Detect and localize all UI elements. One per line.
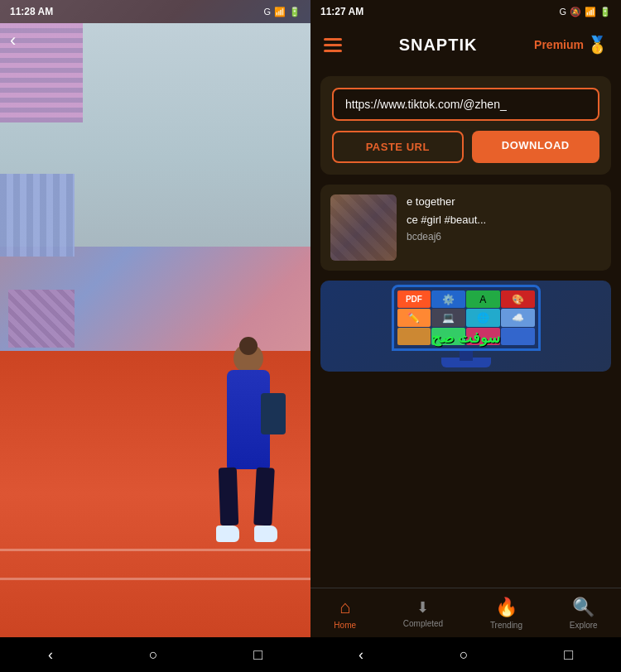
download-button[interactable]: DOWNLOAD — [472, 131, 600, 163]
back-button[interactable]: ‹ — [10, 30, 16, 51]
monitor-stand-neck — [460, 351, 473, 361]
ad-cell-globe: 🌐 — [466, 309, 500, 326]
completed-icon: ⬇ — [416, 598, 429, 617]
video-background — [0, 0, 310, 637]
home-icon: ⌂ — [339, 597, 350, 618]
person-left-shoe — [216, 526, 239, 542]
ad-cell-edit: ✏️ — [397, 309, 431, 326]
right-mute-icon: 🔕 — [570, 7, 581, 17]
ad-banner[interactable]: PDF ⚙️ A 🎨 ✏️ 💻 🌐 ☁️ سوفت صح — [320, 281, 611, 372]
left-google-icon: G — [263, 7, 271, 17]
url-input-wrapper[interactable]: https://www.tiktok.com/@zhen_ — [332, 88, 599, 121]
left-status-icons: G 📶 🔋 — [263, 7, 301, 17]
main-content: https://www.tiktok.com/@zhen_ PASTE URL … — [310, 66, 621, 588]
ad-cell-design: 🎨 — [501, 290, 535, 308]
nav-home[interactable]: ⌂ Home — [324, 593, 366, 633]
left-home-btn[interactable]: ○ — [132, 640, 175, 670]
result-caption-2: ce #girl #beaut... — [407, 213, 601, 228]
censor-block-2 — [0, 174, 75, 257]
right-phone-panel: 11:27 AM G 🔕 📶 🔋 SNAPTIK Premium 🥇 https… — [310, 0, 621, 672]
thumbnail-overlay — [330, 194, 397, 261]
completed-label: Completed — [403, 619, 443, 628]
hamburger-line-1 — [324, 38, 342, 41]
right-battery-icon: 🔋 — [599, 7, 611, 17]
track-lane-2 — [0, 578, 310, 580]
url-buttons-row: PASTE URL DOWNLOAD — [332, 131, 599, 163]
left-phone-panel: 11:28 AM G 📶 🔋 — [0, 0, 310, 672]
explore-icon: 🔍 — [572, 597, 595, 618]
hamburger-line-2 — [324, 44, 342, 46]
right-google-icon: G — [559, 7, 566, 17]
person-hair — [239, 337, 258, 355]
right-time: 11:27 AM — [320, 6, 363, 17]
track-lane-1 — [0, 549, 310, 551]
left-battery-icon: 🔋 — [289, 7, 301, 17]
left-bottom-nav: ‹ ○ □ — [0, 637, 310, 672]
right-status-bar: 11:27 AM G 🔕 📶 🔋 — [310, 0, 621, 23]
app-title: SNAPTIK — [399, 36, 478, 55]
trending-label: Trending — [490, 621, 522, 630]
ad-cell-pdf: PDF — [397, 290, 431, 308]
right-android-nav: ‹ ○ □ — [310, 637, 621, 672]
monitor-body: PDF ⚙️ A 🎨 ✏️ 💻 🌐 ☁️ سوفت صح — [392, 285, 541, 351]
person-right-shoe — [254, 526, 277, 542]
right-wifi-icon: 📶 — [585, 7, 596, 17]
trending-icon: 🔥 — [495, 597, 518, 618]
left-signal-icon: 📶 — [274, 7, 286, 17]
nav-trending[interactable]: 🔥 Trending — [480, 593, 532, 633]
result-thumbnail — [330, 194, 397, 261]
medal-icon: 🥇 — [587, 35, 608, 55]
app-header: SNAPTIK Premium 🥇 — [310, 23, 621, 66]
bottom-navigation: ⌂ Home ⬇ Completed 🔥 Trending 🔍 Explore — [310, 588, 621, 637]
nav-explore[interactable]: 🔍 Explore — [560, 593, 608, 633]
explore-label: Explore — [570, 621, 598, 630]
right-home-btn[interactable]: ○ — [443, 640, 485, 670]
person-left-leg — [219, 467, 238, 526]
censor-block-3 — [8, 290, 75, 348]
ad-arabic-text: سوفت صح — [394, 329, 538, 347]
premium-button[interactable]: Premium 🥇 — [534, 35, 608, 55]
paste-url-button[interactable]: PASTE URL — [332, 131, 464, 163]
left-back-btn[interactable]: ‹ — [31, 640, 70, 670]
right-back-btn[interactable]: ‹ — [342, 640, 380, 670]
hamburger-line-3 — [324, 50, 342, 52]
ad-cell-settings: ⚙️ — [431, 290, 465, 308]
premium-label: Premium — [534, 38, 584, 51]
menu-button[interactable] — [324, 38, 342, 52]
person-bag — [261, 393, 286, 434]
right-recents-btn[interactable]: □ — [547, 640, 590, 670]
home-label: Home — [334, 621, 356, 630]
result-caption-1: e together — [407, 194, 601, 209]
left-recents-btn[interactable]: □ — [237, 640, 279, 670]
ad-cell-cloud: ☁️ — [501, 309, 535, 326]
result-card: e together ce #girl #beaut... bcdeaj6 — [320, 185, 611, 271]
ad-cell-text: A — [466, 290, 500, 308]
url-card: https://www.tiktok.com/@zhen_ PASTE URL … — [320, 76, 611, 175]
result-username: bcdeaj6 — [407, 231, 601, 242]
left-status-bar: 11:28 AM G 📶 🔋 — [0, 0, 310, 23]
left-time: 11:28 AM — [10, 6, 53, 17]
ad-cell-laptop: 💻 — [431, 309, 465, 326]
result-info: e together ce #girl #beaut... bcdeaj6 — [407, 194, 601, 242]
right-status-icons: G 🔕 📶 🔋 — [559, 7, 611, 17]
url-input[interactable]: https://www.tiktok.com/@zhen_ — [345, 98, 586, 111]
nav-completed[interactable]: ⬇ Completed — [393, 595, 453, 631]
person-right-leg — [253, 467, 275, 526]
